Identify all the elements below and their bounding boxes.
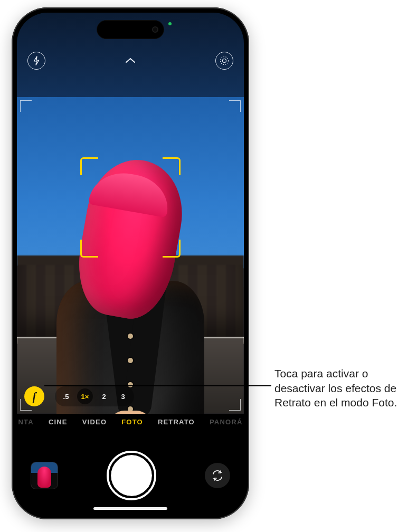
live-photo-toggle-button[interactable] [215,52,233,70]
mode-retrato[interactable]: RETRATO [158,418,195,426]
f-stop-icon: f [33,391,36,403]
flash-icon [32,56,41,65]
flash-toggle-button[interactable] [27,52,45,70]
camera-bottom-bar: NTA CINE VIDEO FOTO RETRATO PANORÁ [17,414,244,514]
screen: f .5 1× 2 3 NTA CINE VIDEO FOTO RETRATO … [17,13,244,514]
scene-subject [51,159,210,414]
switch-camera-icon [211,469,224,482]
frame-corner-icon [229,100,241,112]
live-photo-icon [219,55,230,66]
frame-corner-icon [20,100,32,112]
mode-video[interactable]: VIDEO [82,418,107,426]
viewfinder[interactable]: f .5 1× 2 3 [17,97,244,414]
mode-cine[interactable]: CINE [49,418,68,426]
home-indicator[interactable] [93,507,167,510]
mode-foto[interactable]: FOTO [121,418,143,426]
zoom-2x-button[interactable]: 2 [96,388,112,404]
zoom-1x-button[interactable]: 1× [77,388,93,404]
chevron-up-icon [125,58,136,64]
svg-point-0 [223,59,226,63]
camera-privacy-indicator-icon [168,22,172,25]
mode-selector[interactable]: NTA CINE VIDEO FOTO RETRATO PANORÁ [17,418,244,426]
svg-point-1 [221,57,229,65]
last-photo-thumbnail-button[interactable] [31,462,58,489]
dynamic-island [97,20,164,39]
zoom-selector[interactable]: .5 1× 2 3 [55,386,134,406]
switch-camera-button[interactable] [205,463,230,488]
callout-text: Toca para activar o desactivar los efect… [274,366,405,410]
mode-item[interactable]: NTA [18,418,34,426]
shutter-button[interactable] [111,455,152,496]
iphone-frame: f .5 1× 2 3 NTA CINE VIDEO FOTO RETRATO … [12,7,249,519]
camera-options-chevron-button[interactable] [123,53,138,68]
callout-leader-line [44,385,271,386]
depth-effect-toggle-button[interactable]: f [24,386,44,406]
zoom-3x-button[interactable]: 3 [115,388,131,404]
zoom-0-5x-button[interactable]: .5 [58,388,74,404]
mode-panoramica[interactable]: PANORÁ [210,418,243,426]
